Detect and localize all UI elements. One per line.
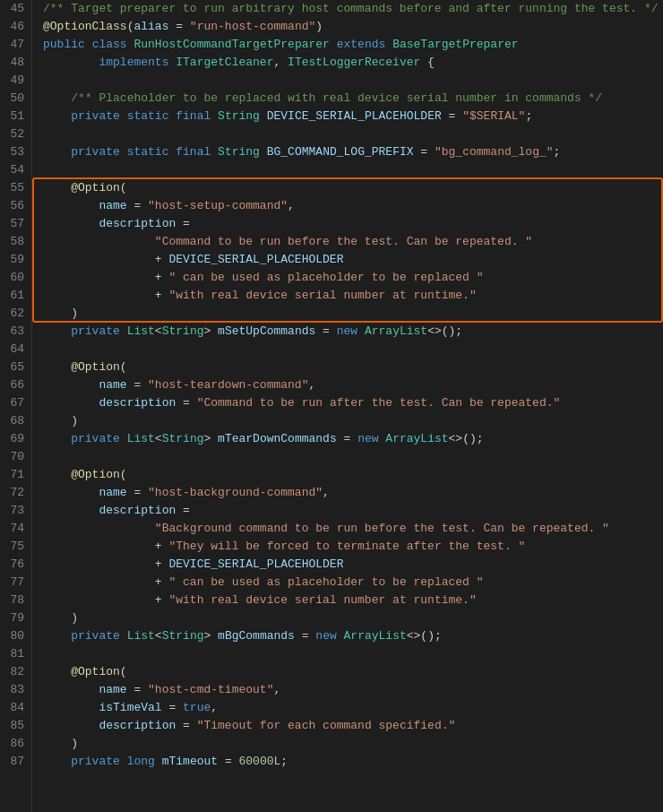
line-number: 72 <box>7 484 24 502</box>
token: final <box>176 145 211 159</box>
line-number: 84 <box>7 699 24 717</box>
token <box>120 432 127 445</box>
token <box>330 38 337 51</box>
token <box>43 701 99 714</box>
token <box>43 755 71 768</box>
token: = <box>337 432 357 445</box>
token <box>120 629 127 643</box>
code-line: description = <box>43 215 663 233</box>
token: /** Placeholder to be replaced with real… <box>71 91 602 105</box>
line-number: 77 <box>7 574 24 592</box>
token: " can be used as placeholder to be repla… <box>168 575 483 589</box>
token: static <box>127 145 169 159</box>
code-line: + " can be used as placeholder to be rep… <box>43 574 663 592</box>
line-number: 76 <box>7 556 24 574</box>
code-line: public class RunHostCommandTargetPrepare… <box>43 36 663 54</box>
token <box>43 235 155 248</box>
token: new <box>357 432 378 445</box>
token <box>43 719 99 732</box>
token: "host-teardown-command" <box>148 378 308 392</box>
token: ) <box>315 20 323 33</box>
token: ITestLoggerReceiver <box>288 56 420 69</box>
line-number: 63 <box>7 323 24 341</box>
token: + <box>43 253 168 266</box>
token: @Option <box>71 181 120 194</box>
token: = <box>414 145 435 159</box>
line-number: 55 <box>7 179 24 197</box>
token: @Option <box>71 468 120 481</box>
code-line: + "with real device serial number at run… <box>43 287 663 305</box>
token: @OptionClass <box>43 20 127 33</box>
token: ArrayList <box>385 432 448 445</box>
token: isTimeVal <box>99 701 161 714</box>
token: static <box>127 109 169 123</box>
token: List <box>127 629 155 643</box>
token: , <box>273 683 280 696</box>
token: > <box>203 629 218 643</box>
token: = <box>218 755 238 768</box>
token: true <box>183 701 211 714</box>
line-number: 68 <box>7 412 24 430</box>
token: <>(); <box>449 432 484 445</box>
code-content[interactable]: /** Target preparer to run arbitrary hos… <box>32 0 663 771</box>
token: "with real device serial number at runti… <box>168 593 476 607</box>
line-number: 66 <box>7 376 24 394</box>
code-line <box>43 448 663 466</box>
line-number: 60 <box>7 269 24 287</box>
token <box>43 683 99 696</box>
token <box>357 324 365 338</box>
line-number: 69 <box>7 430 24 448</box>
token: "host-background-command" <box>148 486 323 499</box>
token: description <box>99 719 176 732</box>
token: = <box>176 217 190 230</box>
token: List <box>127 324 155 338</box>
token: " can be used as placeholder to be repla… <box>168 271 483 284</box>
token <box>43 522 155 535</box>
line-number: 53 <box>7 143 24 161</box>
token: < <box>155 629 162 643</box>
code-line: private static final String DEVICE_SERIA… <box>43 108 663 125</box>
token <box>337 629 344 643</box>
token: < <box>155 324 162 338</box>
line-number: 56 <box>7 197 24 215</box>
line-number: 79 <box>7 609 24 627</box>
code-line: ) <box>43 735 663 753</box>
token: = <box>127 486 148 499</box>
token: BG_COMMAND_LOG_PREFIX <box>267 145 414 159</box>
code-line: "Command to be run before the test. Can … <box>43 233 663 251</box>
token <box>43 629 71 643</box>
code-line <box>43 72 663 90</box>
code-line: isTimeVal = true, <box>43 699 663 717</box>
token: = <box>176 504 190 517</box>
line-number: 48 <box>7 54 24 72</box>
code-line <box>43 645 663 663</box>
token: DEVICE_SERIAL_PLACEHOLDER <box>168 557 343 571</box>
token: private <box>71 324 120 338</box>
token: mSetUpCommands <box>218 324 315 338</box>
token: <>(); <box>427 324 462 338</box>
token <box>120 109 127 123</box>
line-number: 87 <box>7 753 24 771</box>
token: + <box>43 540 168 553</box>
token <box>43 360 71 374</box>
token: String <box>218 109 260 123</box>
line-number: 67 <box>7 394 24 412</box>
token: final <box>176 109 211 123</box>
token <box>211 109 218 123</box>
line-number: 86 <box>7 735 24 753</box>
token: name <box>99 199 126 212</box>
token: = <box>127 378 148 392</box>
code-line: @OptionClass(alias = "run-host-command") <box>43 18 663 36</box>
line-number: 45 <box>7 0 24 18</box>
token: + <box>43 575 168 589</box>
token: ( <box>120 181 127 194</box>
token: @Option <box>71 360 120 374</box>
token: ) <box>43 737 78 750</box>
token: <>(); <box>407 629 442 643</box>
token <box>260 109 267 123</box>
line-number: 46 <box>7 18 24 36</box>
token: = <box>168 20 189 33</box>
token <box>43 468 71 481</box>
token: "$SERIAL" <box>462 109 525 123</box>
line-number: 47 <box>7 36 24 54</box>
